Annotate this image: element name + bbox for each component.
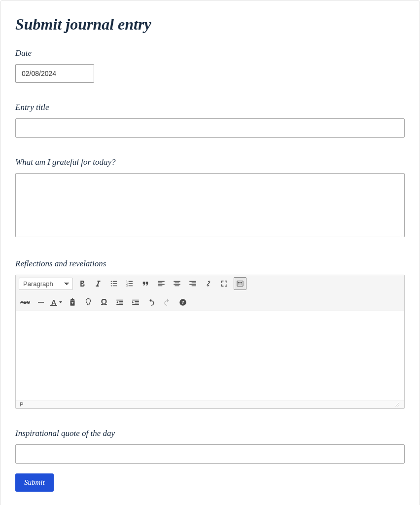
quote-label: Inspirational quote of the day (15, 429, 405, 438)
help-button[interactable]: ? (176, 296, 189, 309)
svg-rect-22 (189, 284, 196, 285)
svg-rect-14 (158, 284, 165, 285)
svg-rect-30 (241, 284, 242, 285)
title-input[interactable] (15, 118, 405, 138)
date-field-group: Date (15, 48, 405, 83)
svg-rect-9 (129, 281, 133, 282)
form-container: Submit journal entry Date Entry title Wh… (0, 0, 420, 505)
horizontal-rule-button[interactable] (35, 296, 47, 309)
italic-button[interactable] (92, 277, 105, 290)
svg-rect-33 (116, 300, 123, 301)
format-select[interactable]: Paragraph (19, 278, 73, 290)
redo-button[interactable] (161, 296, 174, 309)
svg-point-0 (111, 281, 112, 282)
toolbar-toggle-button[interactable] (234, 277, 246, 290)
svg-rect-12 (158, 281, 165, 282)
svg-rect-37 (132, 300, 139, 301)
svg-rect-38 (135, 301, 139, 302)
svg-rect-26 (240, 282, 241, 283)
quote-field-group: Inspirational quote of the day (15, 429, 405, 464)
svg-text:T: T (71, 302, 73, 305)
link-button[interactable] (202, 277, 215, 290)
strikethrough-button[interactable]: ABC (19, 296, 32, 309)
svg-rect-15 (158, 286, 162, 287)
align-center-button[interactable] (171, 277, 183, 290)
editor-toolbar: Paragraph 123 (16, 275, 404, 311)
bullet-list-button[interactable] (107, 277, 120, 290)
editor-content-area[interactable] (16, 311, 404, 400)
dropdown-caret-icon (58, 300, 63, 305)
svg-rect-40 (132, 304, 139, 305)
svg-rect-21 (192, 283, 196, 284)
reflections-label: Reflections and revelations (15, 259, 405, 269)
omega-icon: Ω (101, 298, 107, 307)
svg-rect-3 (113, 281, 117, 282)
text-color-button[interactable]: A (50, 299, 63, 306)
date-label: Date (15, 48, 405, 58)
title-label: Entry title (15, 103, 405, 112)
svg-rect-4 (113, 283, 117, 284)
svg-rect-39 (135, 303, 139, 304)
svg-rect-34 (119, 301, 123, 302)
paste-text-button[interactable]: T (66, 296, 79, 309)
svg-rect-19 (175, 286, 179, 287)
svg-rect-13 (158, 283, 162, 284)
svg-text:3: 3 (126, 285, 128, 287)
editor-statusbar: P (16, 400, 404, 408)
grateful-label: What am I grateful for today? (15, 157, 405, 167)
svg-rect-17 (175, 283, 179, 284)
strikethrough-icon: ABC (20, 300, 30, 305)
undo-button[interactable] (145, 296, 158, 309)
blockquote-button[interactable] (139, 277, 152, 290)
svg-text:?: ? (181, 300, 184, 305)
svg-rect-23 (192, 286, 196, 287)
svg-rect-16 (174, 281, 180, 282)
svg-rect-31 (38, 302, 44, 303)
editor-path: P (20, 401, 23, 407)
submit-button[interactable]: Submit (15, 473, 54, 492)
special-char-button[interactable]: Ω (98, 296, 110, 309)
align-right-button[interactable] (186, 277, 199, 290)
reflections-field-group: Reflections and revelations Paragraph 12… (15, 259, 405, 409)
svg-rect-27 (241, 282, 242, 283)
indent-button[interactable] (129, 296, 142, 309)
svg-rect-25 (238, 282, 239, 283)
fullscreen-button[interactable] (218, 277, 231, 290)
svg-point-2 (111, 285, 112, 286)
svg-point-1 (111, 283, 112, 284)
grateful-field-group: What am I grateful for today? (15, 157, 405, 239)
title-field-group: Entry title (15, 103, 405, 138)
outdent-button[interactable] (113, 296, 126, 309)
align-left-button[interactable] (155, 277, 168, 290)
rich-text-editor: Paragraph 123 (15, 275, 405, 409)
grateful-textarea[interactable] (15, 173, 405, 237)
quote-input[interactable] (15, 444, 405, 464)
numbered-list-button[interactable]: 123 (123, 277, 136, 290)
svg-rect-29 (240, 284, 241, 285)
date-input[interactable] (15, 64, 94, 83)
clear-formatting-button[interactable] (82, 296, 95, 309)
svg-rect-10 (129, 283, 133, 284)
svg-rect-35 (119, 303, 123, 304)
svg-rect-28 (238, 284, 239, 285)
page-title: Submit journal entry (15, 15, 405, 34)
svg-rect-5 (113, 286, 117, 287)
bold-button[interactable] (76, 277, 89, 290)
svg-rect-11 (129, 286, 133, 287)
svg-rect-18 (174, 284, 180, 285)
editor-resize-handle[interactable] (394, 401, 400, 407)
svg-rect-20 (189, 281, 196, 282)
svg-rect-36 (116, 304, 123, 305)
